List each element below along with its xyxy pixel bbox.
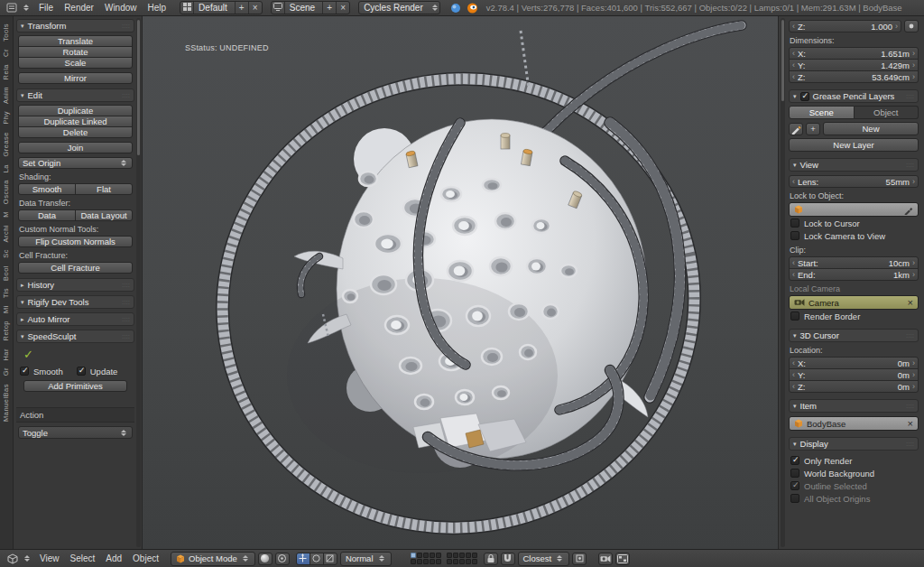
layer-grid-1[interactable]: [411, 553, 441, 564]
layer-cell[interactable]: [453, 559, 458, 564]
grease-pencil-checkbox[interactable]: [800, 92, 809, 101]
clear-item-button[interactable]: ×: [908, 419, 913, 429]
tool-shelf-tab[interactable]: Grease: [2, 128, 11, 161]
grease-new-layer-button[interactable]: New Layer: [789, 138, 919, 152]
opengl-render-anim-icon[interactable]: [615, 553, 630, 565]
flip-custom-normals-button[interactable]: Flip Custom Normals: [18, 236, 133, 247]
outline-selected-checkbox[interactable]: Outline Selected: [789, 479, 919, 492]
scene-name-field[interactable]: Scene: [285, 3, 322, 13]
panel-header-grease-pencil[interactable]: Grease Pencil Layers: [789, 89, 919, 103]
lock-icon[interactable]: [484, 553, 498, 565]
layout-add-button[interactable]: +: [236, 3, 248, 13]
data-layout-button[interactable]: Data Layout: [75, 209, 133, 221]
local-camera-field[interactable]: Camera ×: [789, 295, 919, 310]
lock-to-object-picker[interactable]: [789, 202, 919, 217]
clear-camera-button[interactable]: ×: [908, 298, 913, 308]
cursor-y-field[interactable]: Y:0m: [789, 368, 919, 381]
snap-mode-icon[interactable]: [572, 553, 587, 565]
viewport-menu-item[interactable]: View: [34, 553, 65, 563]
add-primitives-button[interactable]: Add Primitives: [23, 380, 127, 392]
scene-add-button[interactable]: +: [323, 3, 336, 13]
layer-cell[interactable]: [466, 559, 471, 564]
layer-cell[interactable]: [430, 559, 435, 564]
manipulator-rotate-icon[interactable]: [310, 553, 324, 565]
lock-camera-to-view-checkbox[interactable]: Lock Camera to View: [789, 229, 919, 242]
editor-collapse-arrows[interactable]: [24, 555, 30, 562]
layer-cell[interactable]: [417, 553, 422, 558]
render-engine-value[interactable]: Cycles Render: [359, 3, 430, 13]
join-button[interactable]: Join: [18, 142, 133, 153]
viewport-3d[interactable]: SStatus: UNDEFINED: [143, 16, 778, 549]
lens-field[interactable]: Lens:55mm: [789, 175, 919, 188]
layer-cell[interactable]: [466, 553, 471, 558]
editor-collapse-arrows[interactable]: [23, 5, 29, 11]
redo-toggle-field[interactable]: Toggle: [18, 426, 133, 439]
speedsculpt-update-checkbox[interactable]: Update: [75, 365, 120, 377]
world-background-checkbox[interactable]: World Background: [789, 467, 919, 479]
shade-smooth-button[interactable]: Smooth: [18, 183, 76, 195]
layer-cell[interactable]: [436, 559, 441, 564]
tool-shelf-tab[interactable]: Oscura: [2, 176, 11, 208]
grease-pencil-draw-icon[interactable]: [789, 123, 803, 135]
tool-shelf-tab[interactable]: La: [2, 161, 11, 176]
grease-add-icon[interactable]: +: [806, 123, 820, 135]
tool-shelf-tab[interactable]: Rela: [2, 60, 11, 83]
panel-header-transform[interactable]: Transform: [16, 19, 134, 33]
scale-z-field[interactable]: Z: 1.000: [789, 20, 901, 33]
tool-shelf-tab[interactable]: Tis: [2, 284, 11, 302]
transform-button[interactable]: Scale: [18, 57, 133, 69]
layer-cell[interactable]: [423, 559, 429, 564]
scene-browse-icon[interactable]: [272, 3, 284, 13]
tool-shelf-tab[interactable]: Phy: [2, 107, 11, 127]
tool-shelf-tab[interactable]: Har: [2, 345, 11, 365]
tool-shelf-tab[interactable]: Bool: [2, 262, 11, 284]
tool-shelf-tab[interactable]: Retop: [2, 317, 11, 345]
properties-scrollbar[interactable]: [781, 18, 785, 547]
shade-flat-button[interactable]: Flat: [75, 183, 133, 195]
pivot-point-selector[interactable]: [275, 553, 290, 565]
mode-selector[interactable]: Object Mode: [171, 552, 255, 566]
tool-shelf-tab[interactable]: Cr: [2, 45, 11, 60]
data-button[interactable]: Data: [18, 209, 76, 221]
set-origin-button[interactable]: Set Origin: [18, 157, 133, 169]
snap-magnet-icon[interactable]: [501, 553, 515, 565]
layer-cell[interactable]: [447, 553, 452, 558]
layer-cell[interactable]: [472, 559, 477, 564]
render-border-checkbox[interactable]: Render Border: [789, 310, 919, 322]
cell-fracture-button[interactable]: Cell Fracture: [18, 262, 133, 274]
tool-shelf-tab[interactable]: Sc: [2, 246, 11, 262]
tool-shelf-tab[interactable]: Gr: [2, 364, 11, 379]
lock-to-cursor-checkbox[interactable]: Lock to Cursor: [789, 217, 919, 229]
layer-cell[interactable]: [411, 559, 416, 564]
cursor-z-field[interactable]: Z:0m: [789, 380, 919, 393]
viewport-menu-item[interactable]: Object: [127, 553, 164, 563]
layer-cell[interactable]: [447, 559, 452, 564]
viewport-shading-selector[interactable]: [258, 553, 273, 565]
scene-delete-button[interactable]: ×: [337, 3, 349, 13]
all-object-origins-checkbox[interactable]: All Object Origins: [789, 492, 919, 505]
snap-element-selector[interactable]: Closest: [518, 552, 570, 566]
panel-header-history[interactable]: History: [16, 278, 134, 292]
panel-header-display[interactable]: Display: [789, 437, 919, 451]
tool-shelf-scrollbar[interactable]: [136, 18, 141, 547]
panel-header-speedsculpt[interactable]: SpeedSculpt: [16, 330, 134, 343]
clip-start-field[interactable]: Start:10cm: [789, 256, 919, 269]
viewport-editor-type-icon[interactable]: [5, 553, 20, 565]
layout-delete-button[interactable]: ×: [249, 3, 262, 13]
panel-header-view[interactable]: View: [789, 158, 919, 172]
panel-header-3d-cursor[interactable]: 3D Cursor: [789, 329, 919, 342]
tool-shelf-tab[interactable]: ManuelBas: [2, 380, 11, 425]
layer-cell[interactable]: [459, 559, 465, 564]
panel-header-rigify[interactable]: Rigify Dev Tools: [16, 295, 134, 309]
menu-item[interactable]: Render: [59, 3, 99, 13]
layer-cell[interactable]: [436, 553, 441, 558]
editor-type-icon[interactable]: [5, 2, 19, 14]
only-render-checkbox[interactable]: Only Render: [789, 454, 919, 467]
tool-shelf-tab[interactable]: Tools: [2, 20, 11, 45]
viewport-menu-item[interactable]: Add: [100, 553, 127, 563]
render-engine-selector[interactable]: Cycles Render: [358, 1, 440, 14]
dimension-y-field[interactable]: Y:1.429m: [789, 59, 919, 71]
panel-header-auto-mirror[interactable]: Auto Mirror: [16, 312, 134, 326]
mirror-button[interactable]: Mirror: [18, 72, 133, 84]
item-name-field[interactable]: BodyBase ×: [789, 416, 919, 431]
